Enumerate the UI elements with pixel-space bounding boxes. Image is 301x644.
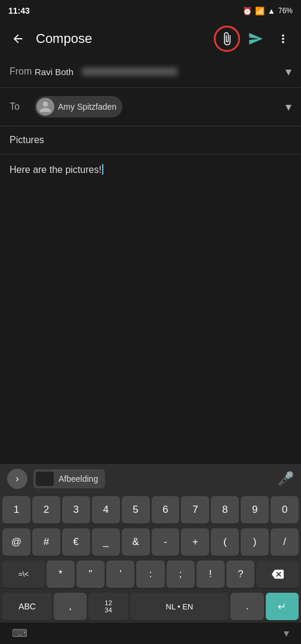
image-thumbnail: [36, 472, 54, 486]
suggestion-bar: › Afbeelding 🎤: [0, 464, 301, 494]
key-0[interactable]: 0: [271, 496, 299, 524]
microphone-button[interactable]: 🎤: [278, 471, 294, 487]
body-text: Here are the pictures!: [10, 165, 102, 175]
number-row: 1 2 3 4 5 6 7 8 9 0: [0, 494, 301, 526]
symbol-row-1: @ # € _ & - + ( ) /: [0, 526, 301, 558]
key-6[interactable]: 6: [152, 496, 180, 524]
key-question[interactable]: ?: [226, 561, 254, 588]
wifi-icon: 📶: [255, 7, 265, 16]
to-dropdown-icon[interactable]: ▾: [285, 100, 291, 114]
subject-field[interactable]: Pictures: [0, 126, 301, 154]
text-cursor: [102, 164, 103, 175]
key-ampersand[interactable]: &: [122, 528, 150, 556]
key-space[interactable]: NL • EN: [130, 593, 229, 620]
image-suggestion-label: Afbeelding: [59, 474, 98, 484]
key-euro[interactable]: €: [62, 528, 90, 556]
suggestion-arrow-button[interactable]: ›: [7, 469, 27, 489]
subject-value: Pictures: [10, 135, 44, 145]
key-hash[interactable]: #: [32, 528, 60, 556]
key-underscore[interactable]: _: [92, 528, 120, 556]
key-at[interactable]: @: [2, 528, 30, 556]
key-4[interactable]: 4: [92, 496, 120, 524]
symbol-row-2: =\< * " ' : ; ! ?: [0, 558, 301, 590]
from-field: From Ravi Both ▾: [0, 56, 301, 88]
key-exclaim[interactable]: !: [196, 561, 225, 588]
key-8[interactable]: 8: [211, 496, 239, 524]
status-time: 11:43: [8, 6, 30, 16]
from-value: Ravi Both: [35, 67, 285, 77]
to-label: To: [10, 101, 35, 112]
key-colon[interactable]: :: [136, 561, 164, 588]
keyboard-icon[interactable]: ⌨: [12, 627, 27, 640]
key-minus[interactable]: -: [152, 528, 180, 556]
to-value: Amy Spitzfaden: [35, 96, 285, 117]
recipient-chip[interactable]: Amy Spitzfaden: [35, 96, 122, 117]
key-9[interactable]: 9: [241, 496, 269, 524]
keyboard: › Afbeelding 🎤 1 2 3 4 5 6 7 8 9 0 @ # €…: [0, 464, 301, 644]
key-abc[interactable]: ABC: [2, 593, 52, 620]
key-squote[interactable]: ': [106, 561, 134, 588]
key-2[interactable]: 2: [32, 496, 60, 524]
key-asterisk[interactable]: *: [47, 561, 75, 588]
nav-bar: ⌨ ▾: [0, 623, 301, 644]
key-5[interactable]: 5: [122, 496, 150, 524]
recipient-avatar: [36, 98, 54, 116]
body-field[interactable]: Here are the pictures!: [0, 154, 301, 274]
attach-button[interactable]: [214, 26, 240, 52]
image-suggestion-chip[interactable]: Afbeelding: [33, 469, 105, 488]
from-dropdown-icon[interactable]: ▾: [285, 64, 291, 79]
toolbar-actions: [214, 26, 295, 52]
sender-name: Ravi Both: [35, 67, 73, 77]
alarm-icon: ⏰: [242, 7, 252, 16]
status-icons: ⏰ 📶 ▲ 76%: [242, 7, 293, 16]
key-1[interactable]: 1: [2, 496, 30, 524]
key-dquote[interactable]: ": [76, 561, 105, 588]
app-bar: Compose: [0, 21, 301, 56]
back-button[interactable]: [6, 27, 30, 51]
signal-icon: ▲: [268, 7, 275, 16]
from-label: From: [10, 66, 35, 77]
enter-key[interactable]: ↵: [266, 593, 299, 620]
backspace-key[interactable]: [256, 561, 299, 588]
nav-chevron-down[interactable]: ▾: [284, 627, 289, 640]
battery-level: 76%: [278, 7, 293, 15]
more-options-button[interactable]: [271, 27, 295, 51]
bottom-row: ABC , 1234 NL • EN . ↵: [0, 590, 301, 623]
key-3[interactable]: 3: [62, 496, 90, 524]
key-numpad-toggle[interactable]: 1234: [88, 593, 128, 620]
sender-email-redacted: [82, 67, 177, 76]
key-lparen[interactable]: (: [211, 528, 239, 556]
key-7[interactable]: 7: [181, 496, 209, 524]
key-symbols-toggle[interactable]: =\<: [2, 561, 45, 588]
chevron-right-icon: ›: [16, 473, 19, 484]
send-button[interactable]: [244, 27, 268, 51]
key-rparen[interactable]: ): [241, 528, 269, 556]
status-bar: 11:43 ⏰ 📶 ▲ 76%: [0, 0, 301, 21]
key-semicolon[interactable]: ;: [167, 561, 195, 588]
key-period[interactable]: .: [231, 593, 263, 620]
key-comma[interactable]: ,: [54, 593, 87, 620]
page-title: Compose: [36, 31, 208, 47]
recipient-name: Amy Spitzfaden: [58, 102, 116, 112]
key-slash[interactable]: /: [271, 528, 299, 556]
to-field[interactable]: To Amy Spitzfaden ▾: [0, 88, 301, 126]
key-plus[interactable]: +: [181, 528, 209, 556]
